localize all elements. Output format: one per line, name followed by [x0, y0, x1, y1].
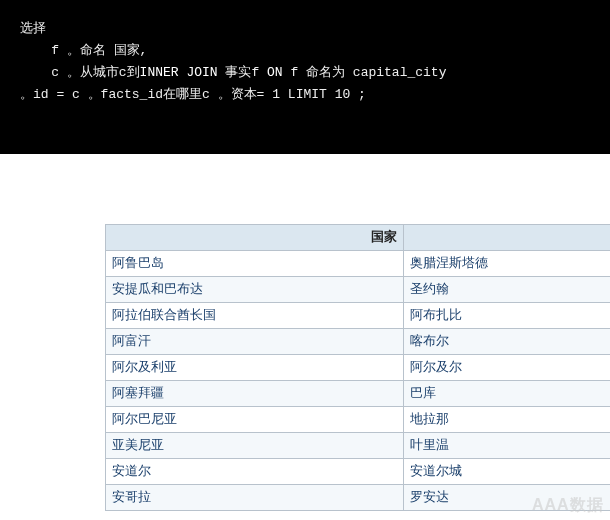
table-row: 安道尔安道尔城: [106, 459, 611, 485]
cell-capital: 喀布尔: [404, 329, 610, 355]
spacer: [0, 154, 610, 224]
table-row: 阿尔巴尼亚地拉那: [106, 407, 611, 433]
table-row: 阿富汗喀布尔: [106, 329, 611, 355]
table-row: 阿拉伯联合酋长国阿布扎比: [106, 303, 611, 329]
code-line-1: 选择: [20, 21, 46, 36]
cell-capital: 阿尔及尔: [404, 355, 610, 381]
code-line-3-post: f 命名为 capital_city: [283, 65, 447, 80]
code-keyword-inner-join: INNER JOIN: [140, 65, 218, 80]
code-keyword-on: ON: [267, 65, 283, 80]
cell-capital: 阿布扎比: [404, 303, 610, 329]
table-row: 亚美尼亚叶里温: [106, 433, 611, 459]
table-row: 安提瓜和巴布达圣约翰: [106, 277, 611, 303]
cell-country: 阿富汗: [106, 329, 404, 355]
sql-code-block: 选择 f 。命名 国家, c 。从城市c到INNER JOIN 事实f ON f…: [0, 0, 610, 154]
table-header-row: 国家 首都: [106, 225, 611, 251]
cell-country: 安道尔: [106, 459, 404, 485]
cell-capital: 安道尔城: [404, 459, 610, 485]
table-row: 阿鲁巴岛奥腊涅斯塔德: [106, 251, 611, 277]
cell-country: 安提瓜和巴布达: [106, 277, 404, 303]
cell-country: 阿鲁巴岛: [106, 251, 404, 277]
code-line-2: f 。命名 国家,: [20, 43, 147, 58]
code-line-3-pre: c 。从城市c到: [20, 65, 140, 80]
cell-capital: 叶里温: [404, 433, 610, 459]
cell-country: 阿尔巴尼亚: [106, 407, 404, 433]
header-country: 国家: [106, 225, 404, 251]
cell-capital: 圣约翰: [404, 277, 610, 303]
header-capital: 首都: [404, 225, 610, 251]
cell-country: 阿拉伯联合酋长国: [106, 303, 404, 329]
cell-capital: 奥腊涅斯塔德: [404, 251, 610, 277]
cell-country: 安哥拉: [106, 485, 404, 511]
cell-capital: 罗安达: [404, 485, 610, 511]
result-table: 国家 首都 阿鲁巴岛奥腊涅斯塔德 安提瓜和巴布达圣约翰 阿拉伯联合酋长国阿布扎比…: [105, 224, 610, 511]
cell-country: 阿尔及利亚: [106, 355, 404, 381]
cell-capital: 地拉那: [404, 407, 610, 433]
table-row: 阿塞拜疆巴库: [106, 381, 611, 407]
cell-country: 亚美尼亚: [106, 433, 404, 459]
cell-country: 阿塞拜疆: [106, 381, 404, 407]
result-table-wrap: 国家 首都 阿鲁巴岛奥腊涅斯塔德 安提瓜和巴布达圣约翰 阿拉伯联合酋长国阿布扎比…: [105, 224, 610, 511]
code-line-4: 。id = c 。facts_id在哪里c 。资本= 1 LIMIT 10 ;: [20, 87, 366, 102]
table-row: 阿尔及利亚阿尔及尔: [106, 355, 611, 381]
cell-capital: 巴库: [404, 381, 610, 407]
code-line-3-mid: 事实f: [218, 65, 267, 80]
table-row: 安哥拉罗安达: [106, 485, 611, 511]
